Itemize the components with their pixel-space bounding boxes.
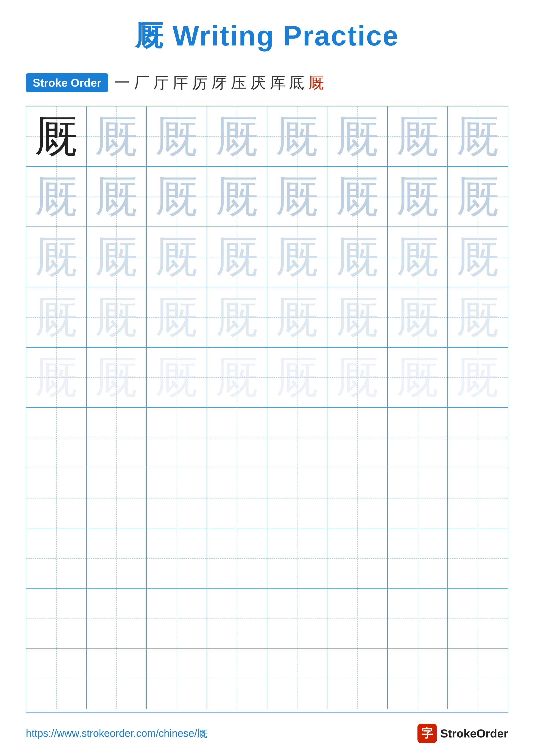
grid-cell[interactable]: 厩 [327, 167, 388, 227]
grid-cell[interactable] [388, 528, 448, 588]
grid-cell[interactable] [448, 588, 508, 649]
cell-character: 厩 [95, 356, 138, 399]
grid-cell[interactable]: 厩 [207, 167, 267, 227]
grid-row [26, 588, 508, 649]
grid-cell[interactable] [87, 408, 147, 468]
grid-cell[interactable]: 厩 [26, 227, 87, 287]
grid-cell[interactable]: 厩 [388, 287, 448, 348]
grid-cell[interactable] [267, 528, 328, 588]
cell-character: 厩 [396, 115, 439, 158]
grid-cell[interactable] [87, 468, 147, 528]
grid-cell[interactable] [26, 649, 87, 709]
grid-cell[interactable]: 厩 [448, 287, 508, 348]
grid-cell[interactable] [207, 588, 267, 649]
grid-cell[interactable]: 厩 [448, 167, 508, 227]
grid-cell[interactable]: 厩 [327, 348, 388, 408]
grid-cell[interactable]: 厩 [26, 348, 87, 408]
footer-logo: 字 StrokeOrder [418, 724, 508, 743]
grid-cell[interactable] [327, 468, 388, 528]
cell-character: 厩 [396, 235, 439, 279]
grid-cell[interactable] [448, 649, 508, 709]
grid-cell[interactable] [388, 408, 448, 468]
grid-cell[interactable]: 厩 [448, 106, 508, 167]
grid-cell[interactable] [267, 468, 328, 528]
grid-cell[interactable]: 厩 [147, 287, 207, 348]
stroke-5: 厉 [192, 72, 208, 93]
grid-cell[interactable] [87, 528, 147, 588]
cell-character: 厩 [216, 175, 259, 218]
grid-cell[interactable] [207, 468, 267, 528]
grid-cell[interactable] [327, 649, 388, 709]
grid-cell[interactable]: 厩 [267, 227, 328, 287]
grid-cell[interactable] [87, 588, 147, 649]
grid-row [26, 468, 508, 528]
grid-cell[interactable] [26, 468, 87, 528]
grid-cell[interactable]: 厩 [87, 167, 147, 227]
grid-cell[interactable] [147, 588, 207, 649]
stroke-4: 厈 [173, 72, 188, 93]
grid-cell[interactable]: 厩 [87, 227, 147, 287]
grid-cell[interactable]: 厩 [327, 287, 388, 348]
grid-cell[interactable]: 厩 [147, 227, 207, 287]
grid-cell[interactable]: 厩 [388, 227, 448, 287]
grid-cell[interactable] [448, 468, 508, 528]
grid-cell[interactable] [388, 588, 448, 649]
grid-cell[interactable]: 厩 [267, 167, 328, 227]
cell-character: 厩 [456, 356, 499, 399]
logo-char: 字 [421, 726, 433, 741]
cell-character: 厩 [216, 115, 259, 158]
grid-row [26, 528, 508, 588]
cell-character: 厩 [95, 235, 138, 279]
grid-cell[interactable] [388, 468, 448, 528]
grid-cell[interactable]: 厩 [207, 287, 267, 348]
grid-cell[interactable]: 厩 [327, 106, 388, 167]
grid-cell[interactable]: 厩 [26, 106, 87, 167]
grid-cell[interactable]: 厩 [207, 227, 267, 287]
grid-cell[interactable] [267, 649, 328, 709]
grid-cell[interactable]: 厩 [327, 227, 388, 287]
grid-cell[interactable] [267, 588, 328, 649]
grid-cell[interactable]: 厩 [388, 167, 448, 227]
grid-cell[interactable]: 厩 [87, 348, 147, 408]
grid-cell[interactable]: 厩 [267, 348, 328, 408]
grid-cell[interactable]: 厩 [26, 167, 87, 227]
grid-cell[interactable] [147, 528, 207, 588]
grid-cell[interactable]: 厩 [147, 106, 207, 167]
grid-cell[interactable] [448, 408, 508, 468]
grid-cell[interactable]: 厩 [147, 348, 207, 408]
grid-cell[interactable] [26, 408, 87, 468]
grid-cell[interactable]: 厩 [87, 287, 147, 348]
grid-cell[interactable]: 厩 [448, 227, 508, 287]
grid-cell[interactable]: 厩 [207, 348, 267, 408]
grid-cell[interactable] [147, 649, 207, 709]
grid-cell[interactable] [388, 649, 448, 709]
grid-cell[interactable] [327, 408, 388, 468]
grid-cell[interactable] [147, 468, 207, 528]
grid-cell[interactable]: 厩 [147, 167, 207, 227]
writing-grid: 厩厩厩厩厩厩厩厩厩厩厩厩厩厩厩厩厩厩厩厩厩厩厩厩厩厩厩厩厩厩厩厩厩厩厩厩厩厩厩厩 [26, 106, 508, 713]
grid-cell[interactable]: 厩 [388, 106, 448, 167]
grid-cell[interactable] [26, 528, 87, 588]
grid-cell[interactable] [327, 588, 388, 649]
grid-cell[interactable]: 厩 [388, 348, 448, 408]
grid-cell[interactable] [207, 649, 267, 709]
grid-cell[interactable] [448, 528, 508, 588]
grid-cell[interactable] [207, 408, 267, 468]
grid-cell[interactable]: 厩 [26, 287, 87, 348]
cell-character: 厩 [155, 115, 198, 158]
grid-cell[interactable] [26, 588, 87, 649]
stroke-order-badge: Stroke Order [26, 73, 108, 92]
grid-cell[interactable] [147, 408, 207, 468]
grid-cell[interactable] [87, 649, 147, 709]
cell-character: 厩 [95, 175, 138, 218]
cell-character: 厩 [275, 115, 318, 158]
cell-character: 厩 [216, 235, 259, 279]
grid-cell[interactable]: 厩 [87, 106, 147, 167]
grid-cell[interactable] [267, 408, 328, 468]
grid-cell[interactable]: 厩 [448, 348, 508, 408]
grid-cell[interactable]: 厩 [267, 287, 328, 348]
grid-cell[interactable]: 厩 [207, 106, 267, 167]
grid-cell[interactable] [207, 528, 267, 588]
grid-cell[interactable]: 厩 [267, 106, 328, 167]
grid-cell[interactable] [327, 528, 388, 588]
